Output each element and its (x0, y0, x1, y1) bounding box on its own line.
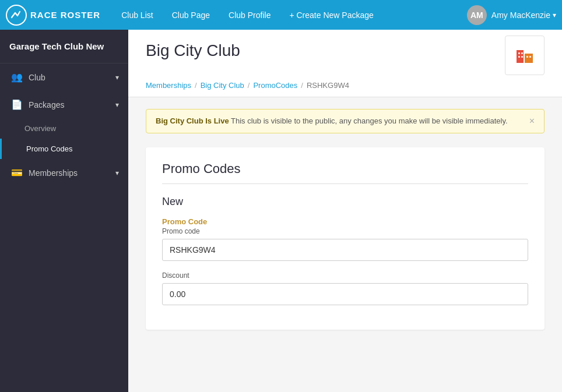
sidebar-item-packages[interactable]: 📄 Packages ▾ (0, 91, 128, 118)
breadcrumb-sep-3: / (301, 81, 303, 90)
breadcrumb-sep-1: / (195, 81, 197, 90)
breadcrumb-sep-2: / (248, 81, 250, 90)
sidebar-item-memberships[interactable]: 💳 Memberships ▾ (0, 159, 128, 186)
sidebar-packages-label: Packages (29, 100, 64, 110)
content-area: Big City Club (128, 30, 562, 392)
top-nav: RACE ROSTER Club List Club Page Club Pro… (0, 0, 562, 30)
form-group-promo-code: Promo Code Promo code (162, 217, 528, 261)
nav-create-package[interactable]: + Create New Package (280, 0, 382, 30)
nav-links: Club List Club Page Club Profile + Creat… (112, 0, 467, 30)
section-title: Promo Codes (162, 161, 528, 176)
alert-bold: Big City Club Is Live (156, 116, 229, 125)
club-logo-inner (514, 44, 536, 66)
nav-club-list[interactable]: Club List (112, 0, 162, 30)
packages-chevron: ▾ (115, 101, 119, 109)
promo-codes-card: Promo Codes New Promo Code Promo code Di… (146, 147, 545, 330)
breadcrumb-memberships[interactable]: Memberships (146, 81, 191, 90)
logo-text: RACE ROSTER (30, 10, 100, 20)
user-name: Amy MacKenzie (491, 10, 550, 20)
discount-label: Discount (162, 271, 528, 280)
avatar: AM (467, 5, 487, 25)
sub-section-title: New (162, 196, 528, 208)
alert-message: This club is visible to the public, any … (229, 116, 508, 125)
promo-code-group-label: Promo Code (162, 217, 528, 226)
svg-rect-7 (526, 56, 528, 58)
content-header: Big City Club (128, 30, 562, 97)
svg-rect-3 (518, 52, 520, 54)
svg-rect-5 (518, 56, 520, 58)
content-body: Big City Club Is Live This club is visib… (128, 97, 562, 341)
memberships-icon: 💳 (11, 167, 23, 178)
sidebar-club-name: Garage Tech Club New (0, 30, 128, 63)
nav-user[interactable]: AM Amy MacKenzie ▾ (467, 5, 556, 25)
content-header-top: Big City Club (146, 41, 545, 81)
form-group-discount: Discount (162, 271, 528, 305)
packages-icon: 📄 (11, 99, 23, 110)
memberships-chevron: ▾ (115, 169, 119, 177)
svg-rect-8 (529, 56, 531, 58)
nav-club-profile[interactable]: Club Profile (219, 0, 280, 30)
sidebar-sub-promo-codes[interactable]: Promo Codes (0, 139, 128, 159)
club-icon: 👥 (11, 72, 23, 83)
svg-rect-2 (525, 54, 533, 63)
logo[interactable]: RACE ROSTER (6, 5, 100, 26)
breadcrumb: Memberships / Big City Club / PromoCodes… (146, 81, 545, 97)
sidebar-club-label: Club (29, 73, 45, 82)
section-divider (162, 183, 528, 184)
sidebar-memberships-label: Memberships (29, 168, 78, 178)
sidebar: Garage Tech Club New 👥 Club ▾ 📄 Packages… (0, 30, 128, 392)
breadcrumb-promocodes[interactable]: PromoCodes (253, 81, 297, 90)
breadcrumb-current: RSHKG9W4 (307, 81, 349, 90)
user-chevron: ▾ (553, 11, 556, 19)
page-title: Big City Club (146, 41, 240, 60)
discount-input[interactable] (162, 283, 528, 305)
club-chevron: ▾ (115, 73, 119, 82)
sidebar-item-club[interactable]: 👥 Club ▾ (0, 63, 128, 91)
svg-rect-6 (521, 56, 523, 58)
promo-code-sublabel: Promo code (162, 227, 528, 235)
alert-warning: Big City Club Is Live This club is visib… (146, 109, 545, 133)
alert-text: Big City Club Is Live This club is visib… (156, 116, 524, 125)
sidebar-sub-overview[interactable]: Overview (0, 118, 128, 139)
alert-close-button[interactable]: × (529, 116, 535, 126)
breadcrumb-bigcityclub[interactable]: Big City Club (201, 81, 244, 90)
promo-code-input[interactable] (162, 239, 528, 261)
nav-club-page[interactable]: Club Page (163, 0, 219, 30)
club-logo (505, 36, 545, 75)
svg-rect-4 (521, 52, 523, 54)
main-layout: Garage Tech Club New 👥 Club ▾ 📄 Packages… (0, 30, 562, 392)
